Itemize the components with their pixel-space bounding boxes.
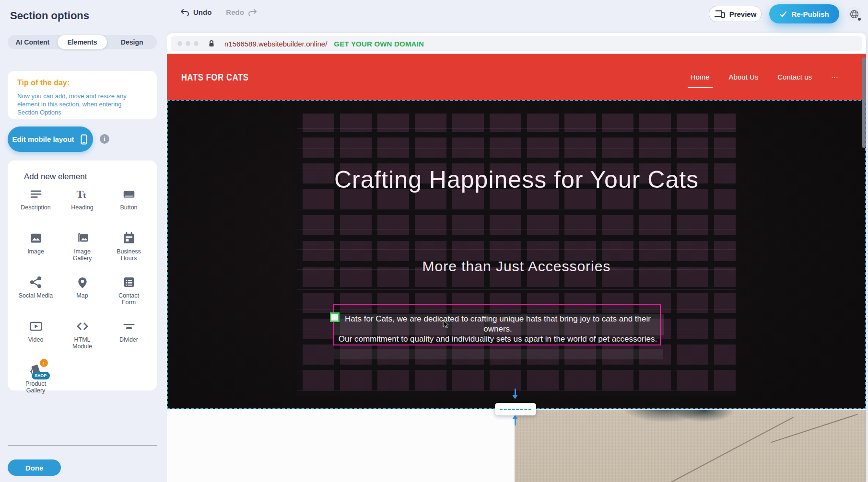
business-hours-icon [122,231,136,245]
element-grid: Description Tt Heading Button Image Imag… [12,187,152,402]
republish-button[interactable]: Re-Publish [769,4,839,23]
site-logo[interactable]: HATS FOR CATS [181,71,249,83]
description-icon [29,187,43,201]
lock-icon [208,40,215,47]
element-image[interactable]: Image [12,231,59,269]
pavement-photo [515,410,866,482]
globe-icon [849,9,859,19]
browser-bar: n1566589.websitebuilder.online/ GET YOUR… [167,33,866,54]
html-module-icon [75,319,90,333]
shop-badge: SHOP [32,372,49,379]
site-nav: Home About Us Contact us ··· [690,54,839,100]
tab-ai-content[interactable]: AI Content [8,35,58,49]
nav-home[interactable]: Home [690,70,711,84]
mouse-cursor-icon [443,320,449,328]
tab-elements[interactable]: Elements [58,35,107,49]
resize-arrow-up-icon [513,414,517,429]
nav-more[interactable]: ··· [830,70,839,84]
hero-subtitle[interactable]: More than Just Accessories [422,258,611,275]
undo-button[interactable]: Undo [180,8,211,16]
undo-icon [180,9,190,16]
element-social-media[interactable]: Social Media [12,275,59,313]
tip-of-the-day-card: Tip of the day: Now you can add, move an… [8,71,157,119]
element-button[interactable]: Button [106,187,152,225]
mobile-phone-icon [79,134,89,145]
upgrade-badge-icon: ↑ [40,359,48,367]
hero-body-text[interactable]: Hats for Cats, we are dedicated to craft… [337,314,658,344]
edit-mobile-label: Edit mobile layout [12,135,74,143]
panel-tabs: AI Content Elements Design [8,35,157,49]
hero-section[interactable]: Crafting Happiness for Your Cats More th… [167,100,866,409]
element-video[interactable]: Video [12,319,59,357]
social-media-icon [29,275,43,289]
element-product-gallery[interactable]: ↑ SHOP Product Gallery [12,363,59,402]
element-divider[interactable]: Divider [106,319,152,357]
map-pin-icon [75,275,90,289]
redo-button[interactable]: Redo [226,8,257,16]
info-icon[interactable]: i [100,134,109,144]
button-icon [122,187,136,201]
undo-redo-group: Undo Redo [180,8,257,16]
tile-seam [657,417,793,482]
page-title: Section options [10,10,89,22]
video-icon [29,319,43,333]
element-html-module[interactable]: HTML Module [59,319,106,357]
element-contact-form[interactable]: Contact Form [106,275,152,313]
heading-icon: Tt [75,187,90,201]
redo-icon [247,9,257,16]
devices-icon [714,10,726,18]
divider-icon [122,319,136,333]
tip-body: Now you can add, move and resize any ele… [17,92,137,116]
add-new-element-title: Add new element [24,172,87,182]
svg-text:t: t [83,190,86,200]
svg-text:T: T [76,188,83,200]
element-image-gallery[interactable]: Image Gallery [59,231,106,269]
nav-about-us[interactable]: About Us [728,70,760,84]
nav-contact-us[interactable]: Contact us [776,70,813,84]
site-header[interactable]: HATS FOR CATS Home About Us Contact us ·… [167,54,866,100]
contact-form-icon [122,275,136,289]
tip-heading: Tip of the day: [17,79,147,87]
site-url[interactable]: n1566589.websitebuilder.online/ [224,40,327,48]
language-globe-button[interactable] [847,7,861,21]
element-description[interactable]: Description [12,187,59,225]
traffic-dots-icon [177,41,199,46]
image-icon [29,231,43,245]
hero-title[interactable]: Crafting Happiness for Your Cats [315,161,718,199]
text-highlight-band-2 [334,349,663,359]
address-bar: n1566589.websitebuilder.online/ GET YOUR… [171,36,862,51]
topbar-actions: Preview Re-Publish [709,4,861,23]
check-icon [779,11,787,17]
get-domain-link[interactable]: GET YOUR OWN DOMAIN [334,40,424,48]
sidebar-divider [8,445,157,446]
add-new-element-card: Add new element Description Tt Heading B… [8,161,157,390]
tab-design[interactable]: Design [107,35,157,49]
element-map[interactable]: Map [59,275,106,313]
canvas-scrollbar[interactable] [862,57,866,148]
section-options-panel: Section options AI Content Elements Desi… [0,0,167,482]
element-business-hours[interactable]: Business Hours [106,231,152,269]
resize-arrow-down-icon [513,389,517,403]
section-height-drag-handle[interactable] [495,403,536,415]
done-button[interactable]: Done [8,459,61,476]
tile-seam [771,414,857,443]
edit-mobile-layout-button[interactable]: Edit mobile layout [8,126,93,152]
globe-badge [858,18,861,21]
image-gallery-icon [75,231,90,245]
site-preview-canvas: n1566589.websitebuilder.online/ GET YOUR… [167,33,866,482]
preview-button[interactable]: Preview [709,6,762,22]
element-heading[interactable]: Tt Heading [59,187,106,225]
